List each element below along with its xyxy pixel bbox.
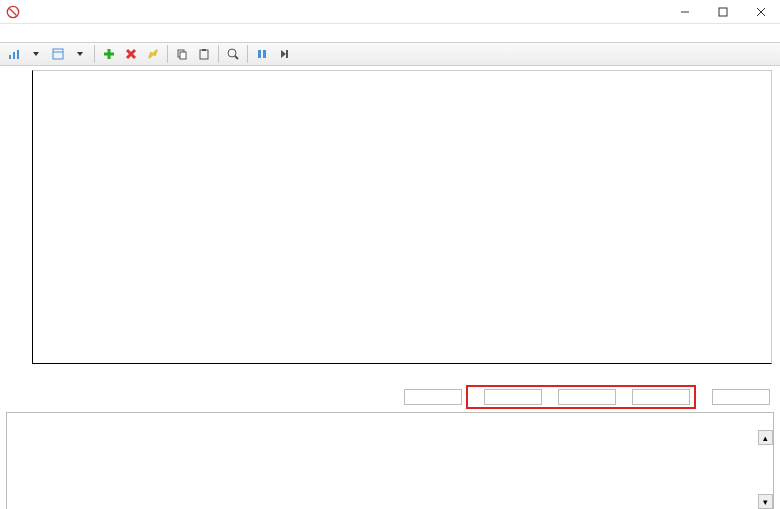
svg-point-22 <box>228 49 236 57</box>
toolbar <box>0 42 780 66</box>
svg-marker-26 <box>281 50 286 58</box>
maximize-button[interactable] <box>704 0 742 23</box>
app-icon <box>6 5 20 19</box>
update-button[interactable] <box>274 44 294 64</box>
paste-button[interactable] <box>194 44 214 64</box>
close-button[interactable] <box>742 0 780 23</box>
highlight-button[interactable] <box>143 44 163 64</box>
dropdown-arrow-icon[interactable] <box>26 44 46 64</box>
last-value <box>404 389 462 405</box>
maximum-value <box>632 389 690 405</box>
toolbar-separator <box>218 45 219 63</box>
add-counter-button[interactable] <box>99 44 119 64</box>
chart-view-button[interactable] <box>4 44 24 64</box>
chart-area <box>0 66 780 364</box>
scroll-down-button[interactable]: ▾ <box>758 494 773 509</box>
x-axis <box>32 364 772 380</box>
toolbar-separator <box>94 45 95 63</box>
delete-counter-button[interactable] <box>121 44 141 64</box>
menubar <box>0 24 780 42</box>
svg-rect-3 <box>719 8 727 16</box>
toolbar-separator <box>167 45 168 63</box>
scroll-up-button[interactable]: ▴ <box>758 430 773 445</box>
svg-line-1 <box>10 8 17 15</box>
stats-row <box>0 386 780 408</box>
svg-rect-10 <box>53 49 63 59</box>
y-axis <box>8 70 32 364</box>
svg-line-23 <box>235 56 238 59</box>
minimum-value <box>558 389 616 405</box>
copy-button[interactable] <box>172 44 192 64</box>
properties-button[interactable] <box>48 44 68 64</box>
average-value <box>484 389 542 405</box>
svg-rect-7 <box>13 52 15 59</box>
svg-rect-6 <box>9 55 11 59</box>
svg-marker-17 <box>149 50 157 58</box>
toolbar-separator <box>247 45 248 63</box>
svg-rect-24 <box>258 50 261 58</box>
counter-table-wrap: ▴ ▾ <box>6 412 774 509</box>
minimize-button[interactable] <box>666 0 704 23</box>
titlebar <box>0 0 780 24</box>
svg-rect-20 <box>200 50 208 59</box>
svg-rect-8 <box>17 50 19 59</box>
svg-rect-21 <box>202 49 206 51</box>
svg-marker-9 <box>33 52 39 56</box>
zoom-button[interactable] <box>223 44 243 64</box>
highlight-box <box>466 385 696 409</box>
svg-marker-12 <box>77 52 83 56</box>
duration-value <box>712 389 770 405</box>
plot-area[interactable] <box>32 70 772 364</box>
svg-rect-25 <box>263 50 266 58</box>
svg-rect-19 <box>180 52 186 59</box>
freeze-button[interactable] <box>252 44 272 64</box>
dropdown-arrow-icon[interactable] <box>70 44 90 64</box>
